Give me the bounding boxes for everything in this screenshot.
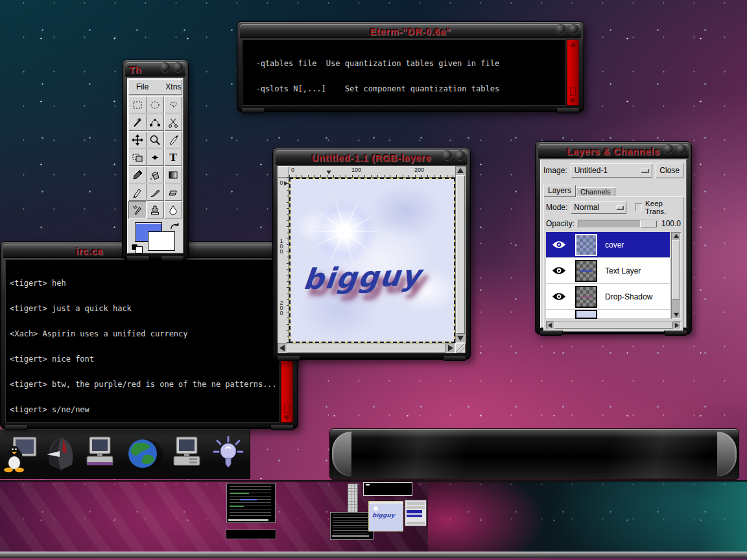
- resize-handle[interactable]: [664, 331, 687, 336]
- layers-hscrollbar[interactable]: [546, 321, 681, 329]
- tab-layers[interactable]: Layers: [543, 185, 576, 197]
- layer-thumbnail[interactable]: [576, 311, 596, 318]
- tool-text[interactable]: T: [164, 148, 182, 166]
- tool-convolve[interactable]: [164, 201, 182, 218]
- scroll-down-icon[interactable]: [457, 336, 464, 341]
- tool-clone[interactable]: [147, 201, 165, 218]
- scroll-thumb[interactable]: [456, 175, 465, 334]
- titlebar-button[interactable]: [455, 150, 465, 160]
- scroll-thumb[interactable]: [284, 404, 290, 413]
- tool-transform[interactable]: [128, 148, 147, 166]
- layer-row[interactable]: Text Layer: [546, 258, 670, 284]
- tool-move[interactable]: [128, 131, 147, 148]
- scroll-up-icon[interactable]: [674, 234, 679, 238]
- scroll-thumb[interactable]: [287, 344, 446, 353]
- layer-name[interactable]: Drop-Shadow: [605, 292, 652, 301]
- tool-bucket-fill[interactable]: [147, 166, 165, 183]
- tool-free-select[interactable]: [164, 96, 182, 113]
- tool-blend[interactable]: [164, 166, 182, 183]
- scroll-thumb[interactable]: [672, 240, 680, 299]
- layer-row-partial[interactable]: [546, 310, 670, 319]
- tool-airbrush[interactable]: [128, 201, 147, 218]
- mode-dropdown[interactable]: Normal: [571, 201, 626, 214]
- tab-channels[interactable]: Channels: [576, 187, 615, 197]
- resize-grip[interactable]: [455, 343, 466, 353]
- resize-handle[interactable]: [5, 425, 28, 430]
- slider-handle[interactable]: [640, 220, 657, 228]
- layer-name[interactable]: cover: [605, 240, 624, 250]
- computer-icon[interactable]: [83, 434, 117, 473]
- scroll-left-icon[interactable]: [548, 323, 552, 328]
- resize-handle[interactable]: [270, 425, 294, 430]
- resize-handle[interactable]: [540, 331, 563, 336]
- scroll-left-icon[interactable]: [279, 345, 285, 351]
- default-colors-icon[interactable]: [136, 246, 143, 253]
- tool-bezier-select[interactable]: [147, 113, 165, 131]
- desktop-dragbar[interactable]: [0, 552, 747, 558]
- visibility-eye-icon[interactable]: [552, 292, 566, 301]
- visibility-eye-icon[interactable]: [552, 240, 566, 249]
- titlebar-button[interactable]: [676, 144, 686, 154]
- close-button[interactable]: Close: [656, 163, 683, 178]
- canvas-hscrollbar[interactable]: [278, 343, 455, 353]
- earth-globe-icon[interactable]: [126, 434, 160, 473]
- pager-mini-irc[interactable]: [330, 512, 374, 540]
- keep-trans-checkbox[interactable]: [635, 204, 642, 211]
- swap-colors-icon[interactable]: [169, 222, 180, 232]
- layer-row[interactable]: cover: [546, 232, 670, 258]
- tool-magnify[interactable]: [147, 131, 165, 148]
- tool-paintbrush[interactable]: [147, 183, 165, 201]
- layer-name[interactable]: Text Layer: [605, 266, 641, 275]
- image-canvas[interactable]: bigguy: [289, 178, 455, 343]
- irc-text-area[interactable]: <tigert> heh <tigert> just a quick hack …: [5, 259, 280, 423]
- resize-handle[interactable]: [556, 108, 580, 113]
- scroll-down-icon[interactable]: [569, 99, 576, 104]
- titlebar-button[interactable]: [663, 144, 673, 154]
- pager-mini-eterm[interactable]: [363, 482, 412, 496]
- menu-file[interactable]: File: [136, 82, 148, 91]
- scroll-right-icon[interactable]: [675, 323, 679, 328]
- pager-mini-image[interactable]: bigguy: [368, 501, 403, 531]
- scroll-thumb[interactable]: [570, 87, 576, 96]
- scroll-up-icon[interactable]: [457, 168, 464, 173]
- pager-mini-taskbar[interactable]: [226, 530, 276, 539]
- eterm-terminal[interactable]: -qtables file Use quantization tables gi…: [242, 40, 566, 106]
- titlebar-button[interactable]: [160, 62, 170, 72]
- computer-tower-icon[interactable]: [170, 434, 204, 473]
- layers-vscrollbar[interactable]: [671, 232, 681, 319]
- scroll-down-icon[interactable]: [283, 415, 290, 421]
- titlebar-button[interactable]: [173, 62, 183, 72]
- tool-pencil[interactable]: [128, 183, 147, 201]
- titlebar-button[interactable]: [442, 150, 452, 160]
- ruler-origin-button[interactable]: [278, 166, 289, 178]
- layer-thumbnail[interactable]: [576, 287, 596, 307]
- layer-row[interactable]: Drop-Shadow: [546, 284, 670, 310]
- tool-rect-select[interactable]: [128, 96, 147, 113]
- tool-scissors[interactable]: [164, 113, 182, 131]
- titlebar-button[interactable]: [556, 24, 565, 34]
- tool-color-picker[interactable]: [128, 166, 147, 183]
- pager-mini-toolbox[interactable]: [348, 484, 358, 515]
- eterm-titlebar[interactable]: Eterm-"DR-0.6a": [240, 24, 581, 38]
- enlightenment-lightbulb-icon[interactable]: [211, 434, 245, 473]
- tool-crop[interactable]: [164, 131, 182, 148]
- eterm-scrollbar[interactable]: [567, 40, 579, 106]
- layer-thumbnail[interactable]: [576, 261, 596, 281]
- scroll-thumb[interactable]: [554, 321, 673, 329]
- pager-mini-terminal[interactable]: [226, 483, 276, 523]
- menu-xtns[interactable]: Xtns: [165, 82, 181, 91]
- tool-ellipse-select[interactable]: [147, 96, 165, 113]
- desktop-pager[interactable]: bigguy: [0, 480, 747, 553]
- background-color-swatch[interactable]: [148, 231, 175, 251]
- scroll-right-icon[interactable]: [448, 345, 453, 351]
- tool-eraser[interactable]: [164, 183, 182, 201]
- image-select-dropdown[interactable]: Untitled-1: [571, 163, 653, 178]
- scroll-down-icon[interactable]: [674, 313, 679, 317]
- layer-thumbnail[interactable]: [576, 235, 596, 255]
- tool-flip[interactable]: [147, 148, 165, 166]
- titlebar-button[interactable]: [569, 24, 578, 34]
- tux-computer-icon[interactable]: [4, 434, 38, 473]
- resize-handle[interactable]: [161, 256, 184, 261]
- resize-handle[interactable]: [241, 108, 265, 113]
- image-window-titlebar[interactable]: Untitled-1.1 (RGB-layere: [276, 150, 468, 165]
